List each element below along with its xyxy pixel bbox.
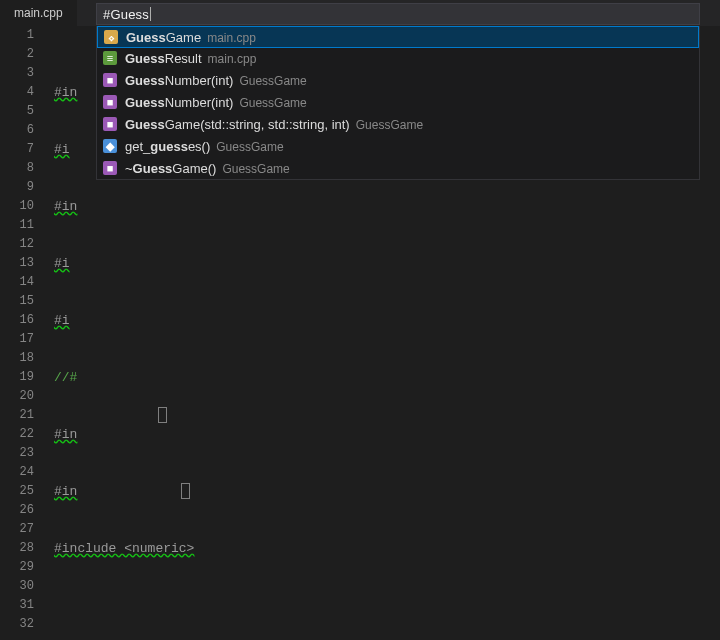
text-caret bbox=[150, 7, 151, 21]
class-icon: 🝔 bbox=[104, 30, 118, 44]
goto-result-item[interactable]: ■~GuessGame()GuessGame bbox=[97, 157, 699, 179]
goto-result-label: get_guesses()GuessGame bbox=[125, 139, 284, 154]
goto-result-label: GuessResultmain.cpp bbox=[125, 51, 256, 66]
goto-result-label: GuessNumber(int)GuessGame bbox=[125, 73, 307, 88]
goto-result-label: GuessGamemain.cpp bbox=[126, 30, 256, 45]
goto-search-text: #Guess bbox=[103, 7, 149, 22]
tab-main-cpp[interactable]: main.cpp bbox=[0, 0, 77, 26]
goto-result-item[interactable]: ≡GuessResultmain.cpp bbox=[97, 47, 699, 69]
method-icon: ■ bbox=[103, 161, 117, 175]
cursor-line21 bbox=[158, 407, 167, 423]
field-icon: ◆ bbox=[103, 139, 117, 153]
goto-result-item[interactable]: ◆get_guesses()GuessGame bbox=[97, 135, 699, 157]
goto-search-box[interactable]: #Guess bbox=[96, 3, 700, 25]
method-icon: ■ bbox=[103, 117, 117, 131]
enum-icon: ≡ bbox=[103, 51, 117, 65]
line-number-gutter: 12345678 910111213141516 171819202122232… bbox=[0, 26, 46, 640]
goto-result-item[interactable]: ■GuessGame(std::string, std::string, int… bbox=[97, 113, 699, 135]
goto-result-item[interactable]: ■GuessNumber(int)GuessGame bbox=[97, 91, 699, 113]
method-icon: ■ bbox=[103, 95, 117, 109]
goto-result-label: GuessGame(std::string, std::string, int)… bbox=[125, 117, 423, 132]
goto-results-list: 🝔GuessGamemain.cpp≡GuessResultmain.cpp■G… bbox=[96, 26, 700, 180]
goto-result-item[interactable]: ■GuessNumber(int)GuessGame bbox=[97, 69, 699, 91]
goto-result-label: ~GuessGame()GuessGame bbox=[125, 161, 290, 176]
code-line-9: #include <numeric> bbox=[54, 541, 194, 556]
goto-result-item[interactable]: 🝔GuessGamemain.cpp bbox=[97, 26, 699, 48]
method-icon: ■ bbox=[103, 73, 117, 87]
goto-result-label: GuessNumber(int)GuessGame bbox=[125, 95, 307, 110]
